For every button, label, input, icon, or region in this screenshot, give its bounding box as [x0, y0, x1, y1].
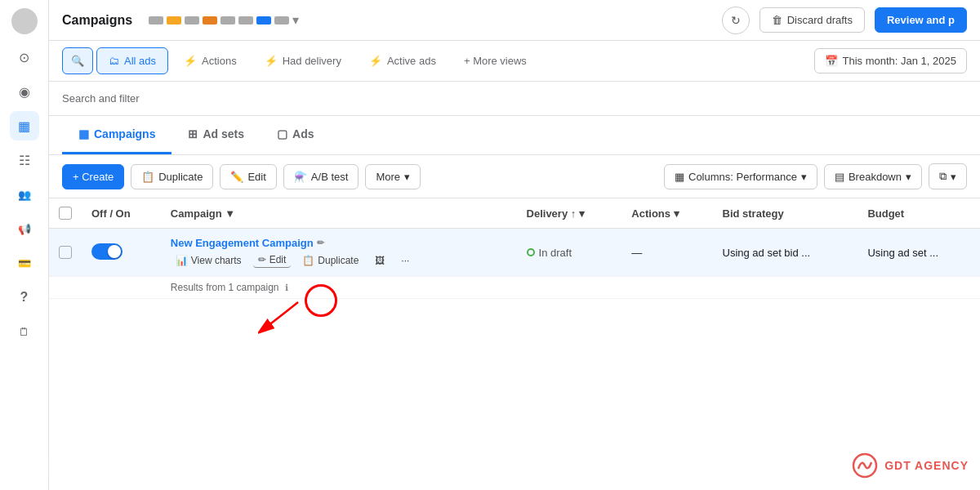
col-actions: Actions ▾ [621, 198, 712, 229]
row-actions: 📊 View charts ✏ Edit 📋 Duplicate [171, 252, 507, 268]
topbar: Campaigns ▾ ↻ 🗑 Discard drafts Review an… [49, 0, 980, 41]
breakdown-dropdown[interactable]: ▤ Breakdown ▾ [824, 164, 922, 189]
view-charts-button[interactable]: 📊 View charts [171, 253, 247, 268]
col-delivery[interactable]: Delivery ↑ ▾ [517, 198, 622, 229]
sidebar-item-home[interactable]: ⊙ [10, 42, 39, 72]
columns-dropdown[interactable]: ▦ Columns: Performance ▾ [664, 164, 817, 189]
columns-icon: ▦ [675, 171, 684, 183]
campaign-link[interactable]: New Engagement Campaign ✏ [171, 237, 507, 249]
lightning-icon-delivery: ⚡ [265, 55, 278, 67]
edit-pencil-icon: ✏️ [230, 171, 243, 183]
export-chevron-icon: ▾ [951, 171, 956, 183]
more-button[interactable]: More ▾ [365, 164, 421, 189]
entity-tab-campaigns[interactable]: ▦ Campaigns [62, 116, 172, 154]
tab-more-views[interactable]: + More views [452, 47, 539, 74]
export-dropdown[interactable]: ⧉ ▾ [929, 163, 967, 189]
review-button[interactable]: Review and p [875, 7, 967, 33]
delivery-badge: In draft [527, 247, 612, 259]
row-image-button[interactable]: 🖼 [370, 253, 390, 268]
tab-actions[interactable]: ⚡ Actions [172, 47, 249, 74]
select-all-checkbox[interactable] [59, 207, 72, 220]
sidebar-item-audiences[interactable]: 👥 [10, 180, 39, 209]
refresh-button[interactable]: ↻ [722, 7, 750, 34]
discard-drafts-button[interactable]: 🗑 Discard drafts [760, 7, 865, 33]
tab-search[interactable]: 🔍 [62, 47, 93, 74]
avatar[interactable] [11, 8, 38, 34]
thumb-5 [220, 16, 235, 24]
tab-thumbnails: ▾ [149, 12, 299, 28]
search-filter-label: Search and filter [62, 92, 140, 105]
gdt-logo [852, 452, 878, 479]
main-content: Campaigns ▾ ↻ 🗑 Discard drafts Review an… [49, 0, 980, 490]
entity-tab-ads[interactable]: ▢ Ads [261, 116, 330, 154]
thumb-2 [167, 16, 181, 24]
duplicate-row-icon: 📋 [302, 255, 314, 266]
create-button[interactable]: + Create [62, 164, 124, 189]
edit-button[interactable]: ✏️ Edit [220, 164, 276, 189]
search-bar: Search and filter [49, 82, 980, 116]
thumb-4 [203, 16, 217, 24]
watermark: GDT AGENCY [852, 452, 969, 479]
search-icon: 🔍 [71, 55, 84, 67]
ellipsis-icon: ··· [401, 255, 409, 266]
pencil-icon: ✏ [258, 254, 266, 265]
thumb-1 [149, 16, 163, 24]
toggle-knob [108, 245, 121, 258]
sidebar-item-pages[interactable]: ☷ [10, 145, 39, 175]
duplicate-icon: 📋 [141, 171, 154, 183]
results-text-cell: Results from 1 campaign ℹ [161, 277, 517, 299]
sidebar-item-billing[interactable]: 💳 [10, 248, 39, 278]
sort-up-icon: ↑ [571, 207, 577, 220]
campaigns-table: Off / On Campaign ▼ Delivery ↑ ▾ Actions… [49, 198, 980, 490]
sidebar-item-ads-manager[interactable]: ▦ [10, 111, 39, 140]
campaign-name-cell: New Engagement Campaign ✏ 📊 View charts [161, 229, 517, 277]
entity-tabs: ▦ Campaigns ⊞ Ad sets ▢ Ads [49, 116, 980, 155]
delivery-dot [527, 248, 535, 256]
info-icon: ℹ [285, 283, 288, 292]
trash-icon: 🗑 [772, 14, 782, 26]
actions-chevron-icon: ▾ [674, 207, 679, 220]
adsets-icon: ⊞ [188, 127, 198, 140]
sidebar-item-help[interactable]: ? [10, 283, 39, 312]
campaign-edit-inline-icon[interactable]: ✏ [317, 238, 324, 248]
sidebar-item-dashboard[interactable]: ◉ [10, 77, 39, 106]
select-all-header [49, 198, 82, 229]
content-area: ▦ Campaigns ⊞ Ad sets ▢ Ads + Create 📋 D… [49, 116, 980, 490]
results-row: Results from 1 campaign ℹ [49, 277, 980, 299]
thumb-3 [185, 16, 199, 24]
nav-tabs-row: 🔍 🗂 All ads ⚡ Actions ⚡ Had delivery ⚡ A… [49, 41, 980, 82]
thumb-7 [256, 16, 271, 24]
row-more-button[interactable]: ··· [396, 253, 414, 268]
sidebar-item-megaphone[interactable]: 📢 [10, 214, 39, 243]
ab-test-button[interactable]: ⚗️ A/B test [283, 164, 359, 189]
chart-icon: 📊 [176, 255, 188, 266]
sort-icon: ▼ [225, 207, 235, 220]
row-checkbox[interactable] [59, 246, 72, 259]
thumb-6 [238, 16, 253, 24]
delivery-chevron-icon: ▾ [579, 207, 585, 220]
calendar-icon: 📅 [825, 55, 838, 67]
tab-active-ads[interactable]: ⚡ Active ads [357, 47, 448, 74]
date-range-button[interactable]: 📅 This month: Jan 1, 2025 [814, 48, 967, 74]
chevron-down-icon[interactable]: ▾ [292, 12, 299, 28]
toggle-cell [82, 229, 161, 277]
tab-all-ads[interactable]: 🗂 All ads [96, 47, 168, 74]
bid-strategy-cell: Using ad set bid ... [713, 229, 858, 277]
lightning-icon-actions: ⚡ [184, 55, 197, 67]
col-budget: Budget [858, 198, 980, 229]
breakdown-icon: ▤ [835, 171, 844, 183]
budget-cell: Using ad set ... [858, 229, 980, 277]
entity-tab-adsets[interactable]: ⊞ Ad sets [172, 116, 261, 154]
ads-icon: ▢ [277, 127, 287, 140]
toolbar: + Create 📋 Duplicate ✏️ Edit ⚗️ A/B test… [49, 155, 980, 198]
tab-had-delivery[interactable]: ⚡ Had delivery [252, 47, 354, 74]
row-edit-button[interactable]: ✏ Edit [253, 252, 292, 268]
sidebar-item-reports[interactable]: 🗒 [10, 317, 39, 346]
page-title: Campaigns [62, 13, 132, 28]
image-icon: 🖼 [375, 255, 385, 266]
duplicate-button[interactable]: 📋 Duplicate [131, 164, 213, 189]
campaign-toggle[interactable] [91, 243, 122, 260]
row-duplicate-button[interactable]: 📋 Duplicate [297, 253, 363, 268]
col-campaign[interactable]: Campaign ▼ [161, 198, 517, 229]
col-bid-strategy: Bid strategy [713, 198, 858, 229]
